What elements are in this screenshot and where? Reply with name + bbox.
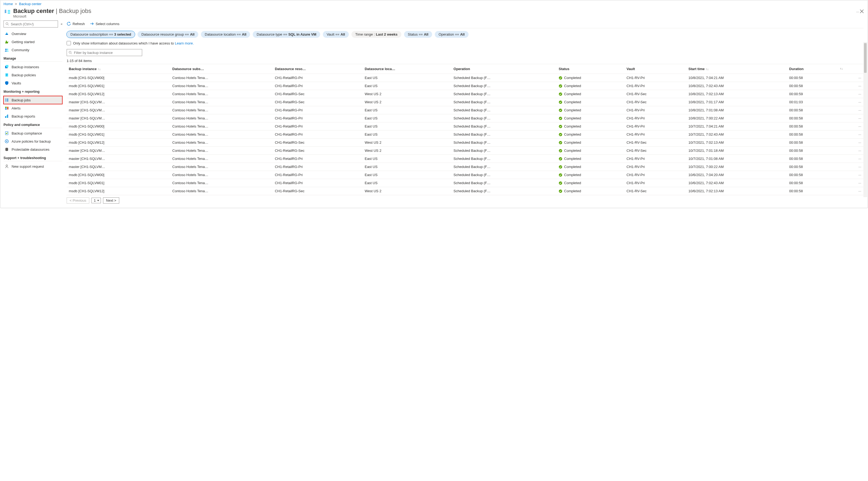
- sidebar-item-azure-policies[interactable]: Azure policies for backup: [3, 137, 62, 145]
- sidebar-search[interactable]: [3, 21, 58, 28]
- learn-more-link[interactable]: Learn more.: [175, 41, 194, 45]
- col-resource-group[interactable]: Datasource reso…: [273, 64, 363, 74]
- row-more-button[interactable]: ···: [845, 147, 863, 155]
- filter-pill-3[interactable]: Datasource type == SQL in Azure VM: [253, 31, 320, 38]
- sidebar-item-vaults[interactable]: Vaults: [3, 79, 62, 87]
- filter-pill-7[interactable]: Operation == All: [435, 31, 468, 38]
- cell-operation: Scheduled Backup (F…: [451, 138, 556, 147]
- row-more-button[interactable]: ···: [845, 90, 863, 98]
- filter-value: 3 selected: [114, 32, 131, 36]
- header-more-button[interactable]: ···: [856, 10, 859, 14]
- breadcrumb-current[interactable]: Backup center: [19, 2, 41, 6]
- row-more-button[interactable]: ···: [845, 122, 863, 130]
- table-row[interactable]: master [CH1-SQLVM…Contoso Hotels Tena…CH…: [67, 98, 863, 106]
- row-more-button[interactable]: ···: [845, 155, 863, 163]
- row-more-button[interactable]: ···: [845, 74, 863, 82]
- cell-duration: 00:00:58: [787, 163, 845, 171]
- azure-policies-icon: [5, 139, 9, 143]
- breadcrumb-sep: >: [15, 2, 17, 6]
- cell-start-time: 10/7/2021, 7:01:08 AM: [686, 155, 787, 163]
- filter-value: All: [340, 32, 345, 36]
- pager-prev[interactable]: < Previous: [67, 197, 89, 203]
- filter-instance-input[interactable]: [74, 51, 140, 55]
- status-text: Completed: [564, 92, 581, 96]
- col-duration[interactable]: Duration↑↓: [787, 64, 845, 74]
- table-row[interactable]: msdb [CH1-SQLVM12]Contoso Hotels Tena…CH…: [67, 187, 863, 195]
- col-start-time[interactable]: Start time↑↓: [686, 64, 787, 74]
- table-row[interactable]: msdb [CH1-SQLVM00]Contoso Hotels Tena…CH…: [67, 122, 863, 130]
- col-operation[interactable]: Operation: [451, 64, 556, 74]
- cell-start-time: 10/8/2021, 7:02:13 AM: [686, 90, 787, 98]
- row-more-button[interactable]: ···: [845, 163, 863, 171]
- sidebar-item-backup-jobs[interactable]: Backup jobs: [3, 96, 62, 104]
- sidebar-search-input[interactable]: [11, 22, 56, 26]
- sidebar-item-overview[interactable]: Overview: [3, 30, 62, 38]
- filter-pill-1[interactable]: Datasource resource group == All: [137, 31, 198, 38]
- sidebar-item-alerts[interactable]: Alerts: [3, 104, 62, 112]
- sidebar-item-backup-compliance[interactable]: Backup compliance: [3, 129, 62, 137]
- success-icon: [559, 173, 562, 177]
- close-button[interactable]: [859, 9, 865, 14]
- filter-prefix: Datasource location ==: [205, 32, 241, 36]
- col-backup-instance[interactable]: Backup instance↑↓: [67, 64, 170, 74]
- cell-vault: CH1-RV-Pri: [624, 130, 686, 138]
- row-more-button[interactable]: ···: [845, 171, 863, 179]
- table-row[interactable]: msdb [CH1-SQLVM01]Contoso Hotels Tena…CH…: [67, 130, 863, 138]
- row-more-button[interactable]: ···: [845, 106, 863, 114]
- table-row[interactable]: msdb [CH1-SQLVM01]Contoso Hotels Tena…CH…: [67, 82, 863, 90]
- filter-instance-box[interactable]: [67, 49, 142, 56]
- cell-resource-group: CH1-RetailRG-Sec: [273, 90, 363, 98]
- status-text: Completed: [564, 173, 581, 177]
- col-status[interactable]: Status: [556, 64, 624, 74]
- success-icon: [559, 84, 562, 88]
- filter-pill-5[interactable]: Time range : Last 2 weeks: [351, 31, 401, 38]
- table-row[interactable]: msdb [CH1-SQLVM12]Contoso Hotels Tena…CH…: [67, 138, 863, 147]
- cell-status: Completed: [556, 90, 624, 98]
- sidebar-item-backup-policies[interactable]: Backup policies: [3, 71, 62, 79]
- table-row[interactable]: master [CH1-SQLVM…Contoso Hotels Tena…CH…: [67, 155, 863, 163]
- cell-operation: Scheduled Backup (F…: [451, 122, 556, 130]
- sidebar-item-getting[interactable]: Getting started: [3, 38, 62, 46]
- table-row[interactable]: msdb [CH1-SQLVM00]Contoso Hotels Tena…CH…: [67, 171, 863, 179]
- col-location[interactable]: Datasource loca…: [363, 64, 451, 74]
- table-row[interactable]: msdb [CH1-SQLVM01]Contoso Hotels Tena…CH…: [67, 179, 863, 187]
- filter-pill-0[interactable]: Datasource subscription == 3 selected: [67, 31, 135, 38]
- filter-pill-2[interactable]: Datasource location == All: [201, 31, 250, 38]
- scrollbar-track[interactable]: [863, 42, 867, 197]
- table-row[interactable]: master [CH1-SQLVM…Contoso Hotels Tena…CH…: [67, 114, 863, 122]
- svg-rect-8: [5, 108, 7, 109]
- scrollbar-thumb[interactable]: [864, 43, 867, 73]
- refresh-button[interactable]: Refresh: [67, 22, 85, 26]
- cell-backup-instance: master [CH1-SQLVM…: [67, 114, 170, 122]
- col-subscription[interactable]: Datasource subs…: [170, 64, 273, 74]
- sidebar-item-backup-reports[interactable]: Backup reports: [3, 112, 62, 120]
- row-more-button[interactable]: ···: [845, 179, 863, 187]
- row-more-button[interactable]: ···: [845, 187, 863, 195]
- cell-operation: Scheduled Backup (F…: [451, 163, 556, 171]
- row-more-button[interactable]: ···: [845, 138, 863, 147]
- row-more-button[interactable]: ···: [845, 82, 863, 90]
- sidebar-item-support-request[interactable]: New support request: [3, 162, 62, 170]
- access-filter-checkbox[interactable]: [67, 41, 71, 45]
- sidebar-item-backup-instances[interactable]: Backup instances: [3, 63, 62, 71]
- table-row[interactable]: master [CH1-SQLVM…Contoso Hotels Tena…CH…: [67, 106, 863, 114]
- pager: < Previous 1 Next >: [67, 195, 863, 206]
- sidebar-item-community[interactable]: Community: [3, 46, 62, 54]
- pager-next[interactable]: Next >: [103, 197, 119, 203]
- table-row[interactable]: master [CH1-SQLVM…Contoso Hotels Tena…CH…: [67, 147, 863, 155]
- row-more-button[interactable]: ···: [845, 130, 863, 138]
- col-vault[interactable]: Vault: [624, 64, 686, 74]
- table-row[interactable]: msdb [CH1-SQLVM12]Contoso Hotels Tena…CH…: [67, 90, 863, 98]
- row-more-button[interactable]: ···: [845, 114, 863, 122]
- table-row[interactable]: msdb [CH1-SQLVM00]Contoso Hotels Tena…CH…: [67, 74, 863, 82]
- cell-duration: 00:00:58: [787, 171, 845, 179]
- breadcrumb-home[interactable]: Home: [3, 2, 13, 6]
- pager-page-select[interactable]: 1: [91, 198, 101, 203]
- row-more-button[interactable]: ···: [845, 98, 863, 106]
- select-columns-button[interactable]: Select columns: [90, 22, 120, 26]
- filter-pill-6[interactable]: Status == All: [404, 31, 432, 38]
- table-row[interactable]: master [CH1-SQLVM…Contoso Hotels Tena…CH…: [67, 163, 863, 171]
- sidebar-item-protectable[interactable]: Protectable datasources: [3, 145, 62, 153]
- svg-rect-5: [6, 65, 8, 67]
- filter-pill-4[interactable]: Vault == All: [323, 31, 349, 38]
